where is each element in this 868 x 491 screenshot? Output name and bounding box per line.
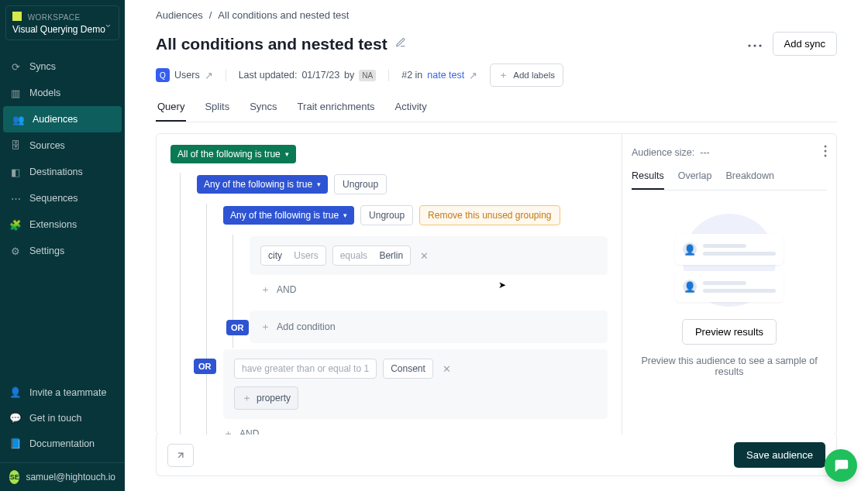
sidebar-item-settings[interactable]: ⚙Settings — [0, 238, 125, 264]
model-label[interactable]: Users — [174, 70, 200, 81]
plus-icon: ＋ — [242, 391, 252, 405]
group-all-dropdown[interactable]: All of the following is true ▾ — [170, 145, 296, 163]
destinations-icon: ◧ — [9, 166, 22, 178]
tab-activity[interactable]: Activity — [394, 101, 429, 122]
remove-unused-grouping[interactable]: Remove this unused grouping — [419, 205, 560, 225]
label: AND — [277, 284, 296, 295]
value: Berlin — [379, 250, 403, 261]
sidebar-item-models[interactable]: ▥Models — [0, 80, 125, 106]
add-sync-button[interactable]: Add sync — [773, 32, 837, 56]
ungroup-button[interactable]: Ungroup — [334, 174, 387, 194]
condition-text-chip[interactable]: have greater than or equal to 1 — [234, 359, 377, 379]
condition-row: city Users equals Berlin ✕ — [250, 236, 608, 275]
sidebar-item-sources[interactable]: 🗄Sources — [0, 132, 125, 159]
label: Syncs — [29, 61, 56, 72]
label: Settings — [29, 246, 64, 256]
sidebar-item-sequences[interactable]: ⋯Sequences — [0, 185, 125, 211]
ungroup-button[interactable]: Ungroup — [360, 205, 413, 225]
label: Any of the following is true — [204, 179, 312, 190]
remove-condition-icon[interactable]: ✕ — [439, 362, 454, 376]
save-audience-button[interactable]: Save audience — [734, 442, 825, 468]
operator-chip[interactable]: equals Berlin — [332, 246, 411, 266]
side-tab-overlap[interactable]: Overlap — [678, 170, 712, 190]
sidebar-item-extensions[interactable]: 🧩Extensions — [0, 211, 125, 238]
scope: Users — [294, 250, 318, 261]
panel-footer: Save audience — [156, 434, 837, 476]
label: Get in touch — [29, 413, 81, 424]
tab-query[interactable]: Query — [156, 101, 186, 122]
more-actions-button[interactable] — [745, 35, 765, 53]
main: Audiences / All conditions and nested te… — [125, 0, 868, 491]
rank-prefix: #2 in — [401, 70, 422, 81]
breadcrumb: Audiences / All conditions and nested te… — [156, 9, 837, 21]
workspace-logo-icon — [12, 12, 22, 21]
documentation[interactable]: 📘Documentation — [0, 431, 125, 456]
divider — [226, 69, 226, 81]
page-title: All conditions and nested test — [156, 35, 388, 53]
sidebar-item-syncs[interactable]: ⟳Syncs — [0, 53, 125, 80]
label: Sequences — [29, 193, 78, 204]
group-any-dropdown[interactable]: Any of the following is true ▾ — [197, 175, 328, 194]
updated-by: by — [344, 70, 354, 81]
external-link-icon[interactable]: ↗ — [205, 70, 213, 81]
side-more-icon[interactable] — [824, 145, 827, 160]
rank-link[interactable]: nate test — [427, 70, 464, 81]
gear-icon: ⚙ — [9, 245, 22, 257]
chevron-down-icon: ▾ — [285, 150, 289, 158]
book-icon: 📘 — [9, 438, 22, 449]
label: Sources — [29, 140, 65, 151]
audience-size-value: --- — [700, 147, 710, 158]
label: All of the following is true — [177, 149, 281, 160]
model-chip: Q — [156, 68, 170, 82]
workspace-switcher[interactable]: WORKSPACE Visual Querying Demo ⌄ — [5, 5, 119, 40]
audience-side-panel: Audience size: --- Results Overlap Break… — [622, 134, 836, 434]
svg-point-1 — [753, 44, 756, 46]
add-property-button[interactable]: ＋ property — [234, 386, 298, 410]
add-condition-button[interactable]: ＋ Add condition — [250, 311, 608, 343]
sidebar-item-audiences[interactable]: 👥Audiences — [3, 106, 122, 132]
tab-splits[interactable]: Splits — [203, 101, 231, 122]
sync-icon: ⟳ — [9, 60, 22, 73]
divider — [388, 69, 389, 81]
preview-results-button[interactable]: Preview results — [682, 319, 777, 345]
get-in-touch[interactable]: 💬Get in touch — [0, 405, 125, 431]
chat-widget-button[interactable] — [825, 449, 857, 482]
label: Add labels — [513, 70, 555, 80]
group-any-dropdown[interactable]: Any of the following is true ▾ — [223, 206, 354, 225]
label: property — [257, 393, 291, 403]
external-link-icon[interactable]: ↗ — [469, 70, 477, 81]
tabs: Query Splits Syncs Trait enrichments Act… — [156, 101, 837, 122]
query-panel: All of the following is true ▾ Any of th… — [156, 133, 837, 435]
user-menu[interactable]: SE samuel@hightouch.io — [0, 462, 125, 491]
reference-chip[interactable]: Consent — [383, 359, 433, 379]
add-and-condition[interactable]: ＋ AND — [223, 419, 608, 434]
workspace-name: Visual Querying Demo — [12, 24, 112, 35]
svg-point-0 — [748, 44, 750, 46]
remove-condition-icon[interactable]: ✕ — [417, 249, 432, 263]
side-tab-breakdown[interactable]: Breakdown — [725, 170, 774, 190]
expand-button[interactable] — [167, 444, 194, 467]
plus-icon: ＋ — [260, 320, 270, 334]
audience-size-label: Audience size: — [632, 147, 694, 158]
audiences-icon: 👥 — [12, 113, 25, 125]
breadcrumb-root[interactable]: Audiences — [156, 9, 203, 21]
tab-syncs[interactable]: Syncs — [248, 101, 278, 122]
person-plus-icon: 👤 — [9, 386, 22, 398]
chevron-down-icon: ⌄ — [104, 17, 112, 29]
extensions-icon: 🧩 — [9, 218, 22, 231]
sidebar-item-destinations[interactable]: ◧Destinations — [0, 159, 125, 185]
field-chip[interactable]: city Users — [260, 246, 326, 266]
edit-title-icon[interactable] — [395, 37, 406, 50]
breadcrumb-sep: / — [209, 9, 212, 21]
side-tab-results[interactable]: Results — [632, 170, 664, 190]
chart-icon: ▥ — [9, 87, 22, 99]
tab-trait-enrichments[interactable]: Trait enrichments — [296, 101, 377, 122]
updated-prefix: Last updated: — [239, 70, 298, 81]
updated-date: 01/17/23 — [301, 70, 339, 81]
add-labels-button[interactable]: ＋ Add labels — [490, 64, 563, 87]
database-icon: 🗄 — [9, 139, 22, 152]
invite-teammate[interactable]: 👤Invite a teammate — [0, 379, 125, 405]
add-and-condition[interactable]: ＋ AND — [250, 275, 608, 304]
person-icon: 👤 — [683, 242, 697, 256]
chat-icon: 💬 — [9, 412, 22, 424]
